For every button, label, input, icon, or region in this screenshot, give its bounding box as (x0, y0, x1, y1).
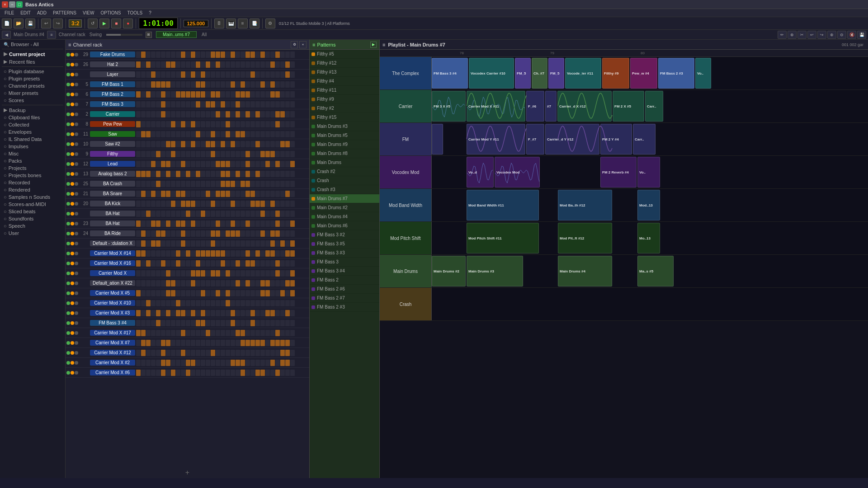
channel-pad[interactable] (290, 121, 295, 127)
channel-pad[interactable] (136, 360, 141, 366)
channel-pad[interactable] (255, 81, 260, 88)
channel-pad[interactable] (265, 131, 270, 137)
channel-pad[interactable] (211, 81, 215, 88)
channel-mute[interactable] (66, 242, 70, 245)
channel-row[interactable]: Carrier Mod X #3 (66, 308, 309, 318)
channel-pad[interactable] (260, 300, 265, 306)
channel-pad[interactable] (166, 141, 170, 147)
channel-pad[interactable] (141, 320, 146, 326)
channel-pad[interactable] (151, 71, 156, 78)
channel-pad[interactable] (290, 290, 295, 296)
channel-pads[interactable] (135, 61, 308, 68)
channel-pad[interactable] (255, 141, 260, 147)
channel-mute[interactable] (66, 93, 70, 96)
channel-pad[interactable] (216, 131, 220, 137)
channel-pad[interactable] (245, 260, 250, 267)
channel-pad[interactable] (290, 250, 295, 257)
channel-mute[interactable] (66, 172, 70, 176)
pattern-item[interactable]: Filthy #11 (310, 86, 379, 95)
channel-pad[interactable] (280, 121, 285, 127)
channel-pad[interactable] (260, 71, 265, 78)
track-block[interactable]: Carrier_d Y #12 (545, 124, 599, 155)
channel-pad[interactable] (280, 171, 285, 177)
channel-row[interactable]: 8 Pew Pew (66, 119, 309, 129)
channel-pad[interactable] (211, 300, 215, 306)
pattern-item[interactable]: Main Drums #3 (310, 122, 379, 131)
channel-fx[interactable] (75, 291, 78, 295)
channel-pad[interactable] (265, 300, 270, 306)
channel-pad[interactable] (136, 230, 141, 237)
channel-pad[interactable] (275, 370, 280, 376)
channel-pad[interactable] (181, 171, 185, 177)
channel-pad[interactable] (231, 340, 235, 346)
channel-pad[interactable] (211, 101, 215, 108)
channel-pad[interactable] (270, 191, 275, 197)
channel-row[interactable]: Carrier Mod X #14 (66, 249, 309, 258)
channel-pad[interactable] (161, 250, 165, 257)
track-block[interactable]: Carrier Mod X #11 (467, 91, 525, 122)
channel-pad[interactable] (285, 280, 290, 286)
channel-pad[interactable] (201, 151, 205, 157)
channel-pad[interactable] (161, 260, 165, 267)
channel-fx[interactable] (75, 222, 78, 225)
channel-solo[interactable] (71, 172, 74, 176)
channel-name[interactable]: Filthy (90, 151, 135, 157)
channel-pad[interactable] (250, 360, 255, 366)
channel-pad[interactable] (270, 280, 275, 286)
channel-pad[interactable] (236, 111, 240, 117)
channel-pad[interactable] (236, 191, 240, 197)
channel-pad[interactable] (161, 171, 165, 177)
channel-solo[interactable] (71, 371, 74, 375)
channel-pad[interactable] (171, 280, 175, 286)
channel-row[interactable]: BA Hat (66, 209, 309, 219)
channel-fx[interactable] (75, 212, 78, 216)
channel-pad[interactable] (196, 61, 200, 68)
channel-mute[interactable] (66, 232, 70, 235)
playlist-tool-5[interactable]: ↪ (817, 31, 826, 39)
channel-mute[interactable] (66, 222, 70, 225)
channel-pad[interactable] (151, 350, 156, 356)
channel-pad[interactable] (186, 91, 190, 98)
channel-pad[interactable] (176, 61, 180, 68)
channel-pad[interactable] (161, 191, 165, 197)
channel-pad[interactable] (226, 101, 230, 108)
channel-pad[interactable] (265, 270, 270, 277)
channel-pad[interactable] (236, 181, 240, 187)
pattern-item[interactable]: FM Bass 3 #4 (310, 267, 379, 276)
channel-pad[interactable] (265, 52, 270, 58)
channel-pad[interactable] (171, 151, 175, 157)
channel-pad[interactable] (201, 111, 205, 117)
channel-pad[interactable] (141, 191, 146, 197)
channel-pad[interactable] (275, 330, 280, 336)
channel-pad[interactable] (221, 230, 225, 237)
channel-pad[interactable] (226, 121, 230, 127)
channel-pad[interactable] (146, 181, 151, 187)
channel-pad[interactable] (241, 81, 245, 88)
channel-row[interactable]: 23 BA Hat (66, 219, 309, 229)
channel-pad[interactable] (161, 350, 165, 356)
channel-pad[interactable] (280, 161, 285, 167)
channel-pad[interactable] (280, 101, 285, 108)
channel-solo[interactable] (71, 351, 74, 355)
channel-pad[interactable] (206, 211, 210, 217)
sidebar-item-recorded[interactable]: ○ Recorded (2, 179, 63, 186)
channel-pad[interactable] (245, 131, 250, 137)
channel-pad[interactable] (236, 161, 240, 167)
channel-pad[interactable] (231, 52, 235, 58)
channel-pad[interactable] (206, 71, 210, 78)
channel-pad[interactable] (226, 260, 230, 267)
channel-pad[interactable] (280, 270, 285, 277)
channel-pad[interactable] (250, 81, 255, 88)
channel-pad[interactable] (171, 360, 175, 366)
channel-pad[interactable] (171, 52, 175, 58)
channel-pad[interactable] (231, 290, 235, 296)
channel-pad[interactable] (201, 141, 205, 147)
channel-pad[interactable] (255, 181, 260, 187)
channel-pad[interactable] (211, 141, 215, 147)
channel-pad[interactable] (290, 310, 295, 316)
channel-pad[interactable] (171, 250, 175, 257)
pattern-item[interactable]: Crash #3 (310, 185, 379, 194)
channel-pad[interactable] (211, 161, 215, 167)
channel-pad[interactable] (166, 221, 170, 227)
channel-pad[interactable] (206, 230, 210, 237)
